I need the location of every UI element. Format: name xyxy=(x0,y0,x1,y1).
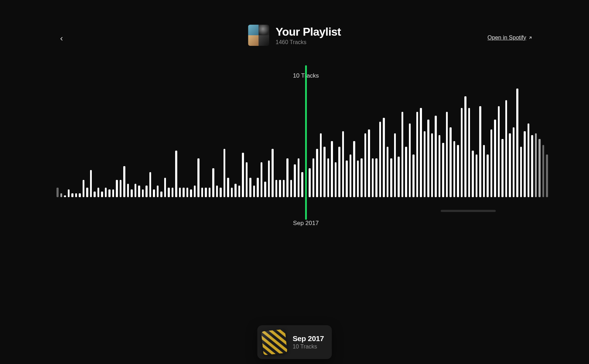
timeline-bar[interactable] xyxy=(86,188,88,198)
timeline-bar[interactable] xyxy=(131,189,133,197)
timeline-bar[interactable] xyxy=(316,149,318,198)
timeline-bar[interactable] xyxy=(439,135,441,197)
timeline-bar[interactable] xyxy=(453,141,456,198)
timeline-bar[interactable] xyxy=(183,188,185,198)
timeline-bar[interactable] xyxy=(138,186,140,197)
timeline-bar[interactable] xyxy=(364,133,367,198)
timeline-bar[interactable] xyxy=(483,145,485,198)
timeline-bar[interactable] xyxy=(261,162,263,197)
timeline-scrollbar-thumb[interactable] xyxy=(441,210,496,212)
timeline-bar[interactable] xyxy=(479,106,481,198)
timeline-bar[interactable] xyxy=(542,145,545,198)
timeline-bar[interactable] xyxy=(101,192,103,198)
timeline-bar[interactable] xyxy=(357,160,359,198)
timeline-bar[interactable] xyxy=(60,193,63,197)
timeline-bar[interactable] xyxy=(68,189,70,197)
timeline-bar[interactable] xyxy=(279,180,281,198)
timeline-bar[interactable] xyxy=(472,151,474,197)
timeline-bar[interactable] xyxy=(157,186,159,197)
timeline-bar[interactable] xyxy=(509,133,511,198)
timeline-bar[interactable] xyxy=(234,184,237,198)
timeline-bar[interactable] xyxy=(342,131,344,197)
timeline-bar[interactable] xyxy=(212,168,214,198)
timeline-bar[interactable] xyxy=(412,154,415,197)
timeline-bar[interactable] xyxy=(127,184,129,198)
timeline-bar[interactable] xyxy=(335,162,337,197)
timeline-bar[interactable] xyxy=(383,118,385,198)
timeline-bar[interactable] xyxy=(246,162,248,197)
timeline-bar[interactable] xyxy=(394,133,396,198)
timeline-bar[interactable] xyxy=(505,100,507,197)
timeline-bar[interactable] xyxy=(216,186,218,197)
timeline-bar[interactable] xyxy=(387,147,389,197)
timeline-bar[interactable] xyxy=(71,193,73,197)
timeline-bar[interactable] xyxy=(427,120,429,197)
timeline-bar[interactable] xyxy=(290,180,292,198)
timeline-bar[interactable] xyxy=(257,178,259,197)
timeline-bar[interactable] xyxy=(242,153,244,198)
timeline-bar[interactable] xyxy=(361,158,363,197)
timeline-bar[interactable] xyxy=(446,112,448,197)
timeline-bar[interactable] xyxy=(379,122,381,198)
timeline-bar[interactable] xyxy=(238,186,240,197)
timeline-bar[interactable] xyxy=(498,106,500,198)
timeline-bar[interactable] xyxy=(450,127,452,197)
timeline-bar[interactable] xyxy=(375,158,377,197)
timeline-bar[interactable] xyxy=(97,188,100,198)
timeline-bar[interactable] xyxy=(424,131,426,197)
timeline-chart[interactable]: 10 Tracks Sep 2017 xyxy=(56,72,533,206)
timeline-bar[interactable] xyxy=(487,154,489,197)
timeline-bar[interactable] xyxy=(142,189,144,197)
timeline-bar[interactable] xyxy=(64,195,66,198)
timeline-bar[interactable] xyxy=(194,186,196,197)
timeline-bar[interactable] xyxy=(331,141,333,198)
timeline-bar[interactable] xyxy=(201,188,203,198)
timeline-bar[interactable] xyxy=(112,189,114,197)
timeline-bar[interactable] xyxy=(368,129,370,198)
timeline-bar[interactable] xyxy=(490,129,493,198)
timeline-bar[interactable] xyxy=(190,189,192,197)
timeline-bar[interactable] xyxy=(197,158,200,197)
timeline-bar[interactable] xyxy=(320,133,322,198)
timeline-bar[interactable] xyxy=(94,192,96,198)
timeline-bar[interactable] xyxy=(90,170,92,197)
timeline-bar[interactable] xyxy=(435,116,437,197)
timeline-bar[interactable] xyxy=(231,188,233,198)
timeline-bar[interactable] xyxy=(272,149,274,198)
timeline-bar[interactable] xyxy=(524,131,526,197)
timeline-bar[interactable] xyxy=(327,158,329,197)
open-in-spotify-link[interactable]: Open in Spotify xyxy=(488,35,533,41)
timeline-bar[interactable] xyxy=(160,192,162,198)
timeline-bar[interactable] xyxy=(464,96,466,197)
timeline-bar[interactable] xyxy=(401,112,404,197)
timeline-bar[interactable] xyxy=(249,178,251,197)
month-detail-card[interactable]: Sep 2017 10 Tracks xyxy=(257,325,332,359)
timeline-bar[interactable] xyxy=(390,158,392,197)
timeline-bar[interactable] xyxy=(164,178,166,197)
timeline-bar[interactable] xyxy=(172,188,174,198)
timeline-bar[interactable] xyxy=(175,151,177,197)
timeline-bar[interactable] xyxy=(313,158,315,197)
timeline-bar[interactable] xyxy=(168,188,170,198)
timeline-bar[interactable] xyxy=(353,141,355,198)
timeline-bar[interactable] xyxy=(461,108,463,197)
timeline-bar[interactable] xyxy=(539,139,541,197)
timeline-bar[interactable] xyxy=(516,89,518,197)
timeline-bar[interactable] xyxy=(476,154,478,197)
timeline-bar[interactable] xyxy=(83,180,85,198)
timeline-bar[interactable] xyxy=(145,186,148,197)
timeline-bar[interactable] xyxy=(528,123,530,197)
timeline-bar[interactable] xyxy=(275,180,278,198)
timeline-bar[interactable] xyxy=(346,160,348,198)
timeline-bar[interactable] xyxy=(224,149,226,198)
timeline-bar[interactable] xyxy=(546,154,548,197)
timeline-bar[interactable] xyxy=(431,133,433,198)
timeline-bar[interactable] xyxy=(153,189,155,197)
timeline-bar[interactable] xyxy=(468,108,470,197)
timeline-bar[interactable] xyxy=(56,188,59,198)
timeline-bar[interactable] xyxy=(149,172,151,198)
timeline-scrollbar[interactable] xyxy=(441,210,533,212)
timeline-bar[interactable] xyxy=(494,120,496,197)
timeline-bar[interactable] xyxy=(457,145,459,198)
timeline-bar[interactable] xyxy=(501,139,504,197)
